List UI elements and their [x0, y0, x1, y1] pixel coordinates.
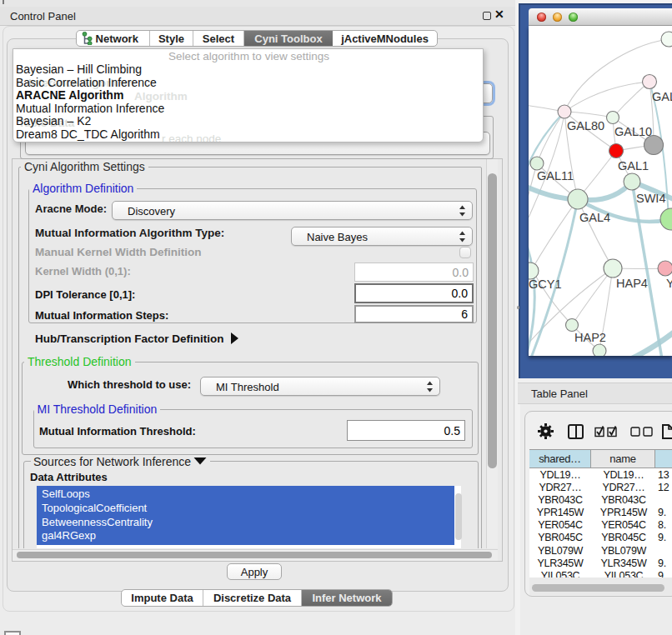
svg-text:GCY1: GCY1 — [529, 278, 562, 291]
svg-text:GAL80: GAL80 — [567, 119, 604, 132]
svg-text:HAP2: HAP2 — [574, 331, 606, 344]
svg-text:GAL7: GAL7 — [652, 90, 672, 103]
svg-text:GAL4: GAL4 — [579, 211, 610, 224]
svg-text:GAL10: GAL10 — [614, 125, 652, 138]
svg-text:GAL11: GAL11 — [537, 169, 574, 182]
svg-text:Y: Y — [666, 277, 672, 290]
svg-text:HAP4: HAP4 — [616, 277, 648, 290]
svg-text:GAL1: GAL1 — [618, 159, 649, 172]
svg-text:SWI4: SWI4 — [636, 192, 665, 205]
